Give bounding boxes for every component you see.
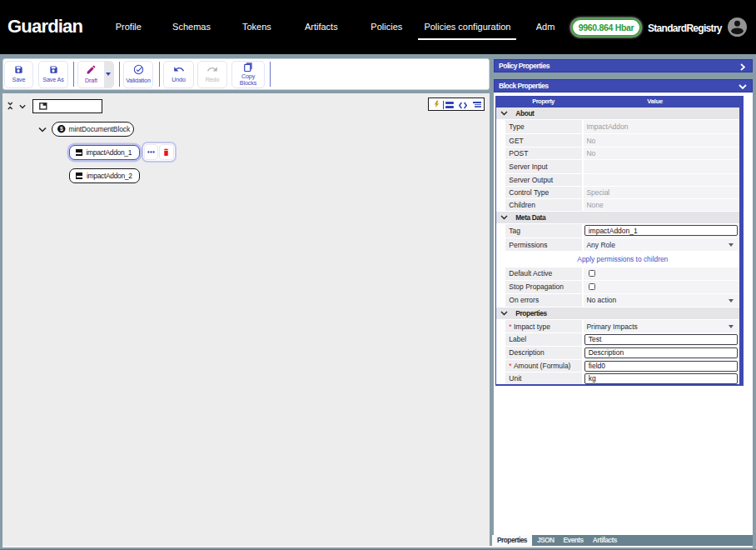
svg-text:$: $ <box>60 126 63 132</box>
